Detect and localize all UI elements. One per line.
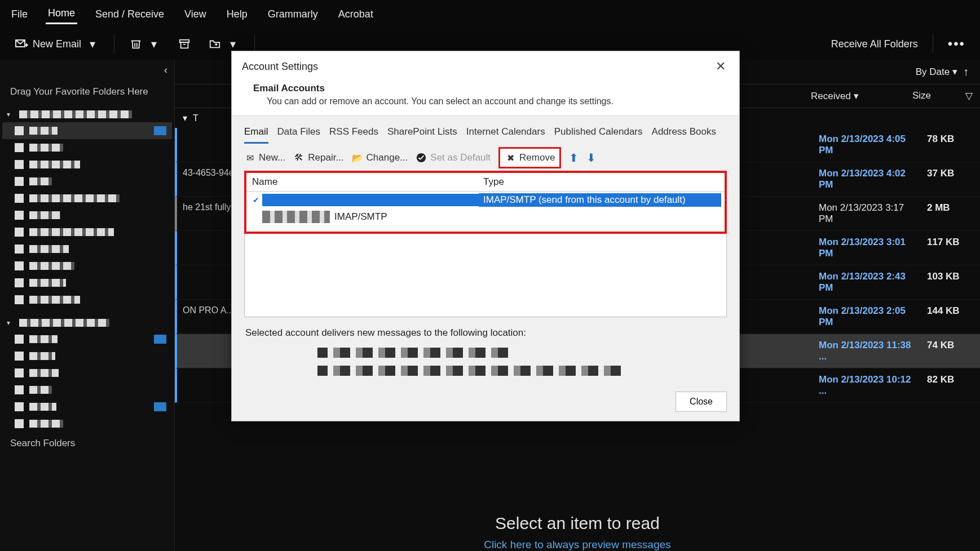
message-size: 82 KB [927, 374, 973, 397]
menu-help[interactable]: Help [224, 5, 250, 24]
reading-pane-placeholder: Select an item to read Click here to alw… [175, 486, 980, 551]
column-size[interactable]: Size [906, 85, 957, 108]
folder-item[interactable] [2, 173, 172, 190]
column-type[interactable]: Type [478, 173, 725, 191]
menu-home[interactable]: Home [46, 4, 77, 24]
folder-item[interactable] [2, 224, 172, 241]
delete-button[interactable]: ▾ [125, 34, 165, 54]
folder-icon [15, 126, 24, 135]
menu-send-receive[interactable]: Send / Receive [93, 5, 166, 24]
folder-item[interactable] [2, 156, 172, 173]
chevron-down-icon[interactable]: ▾ [147, 37, 161, 51]
folder-label [29, 194, 120, 202]
account-listbox-empty-area[interactable] [244, 234, 727, 317]
menu-view[interactable]: View [182, 5, 209, 24]
tab-address-books[interactable]: Address Books [652, 126, 716, 144]
message-size: 78 KB [927, 134, 973, 156]
change-account-button[interactable]: 📂 Change... [352, 152, 408, 163]
new-email-button[interactable]: New Email ▾ [10, 34, 104, 54]
tab-email[interactable]: Email [244, 126, 268, 144]
menu-grammarly[interactable]: Grammarly [266, 5, 320, 24]
account-row[interactable]: ✔IMAP/SMTP (send from this account by de… [246, 192, 725, 208]
move-up-button[interactable]: ⬆ [569, 151, 579, 165]
separator [933, 35, 933, 53]
account-folder-list: ▾ ▾ [0, 103, 174, 432]
column-received[interactable]: Received ▾ [804, 85, 906, 108]
column-name[interactable]: Name [246, 173, 478, 191]
chevron-down-icon[interactable]: ▾ [86, 37, 99, 51]
archive-button[interactable] [173, 34, 196, 54]
folder-item[interactable] [2, 348, 172, 365]
svg-rect-6 [181, 42, 188, 48]
folder-item[interactable] [2, 257, 172, 274]
folder-item[interactable] [2, 122, 172, 139]
folder-item[interactable] [2, 415, 172, 432]
folder-item[interactable] [2, 398, 172, 415]
folder-sidebar: ‹ Drag Your Favorite Folders Here ▾ [0, 60, 175, 551]
repair-account-button[interactable]: 🛠 Repair... [293, 152, 343, 163]
account-listbox[interactable]: Name Type ✔IMAP/SMTP (send from this acc… [244, 171, 727, 234]
tab-rss-feeds[interactable]: RSS Feeds [329, 126, 378, 144]
new-account-button[interactable]: ✉ New... [244, 152, 285, 163]
tab-sharepoint-lists[interactable]: SharePoint Lists [387, 126, 457, 144]
overflow-button[interactable]: ••• [943, 33, 970, 55]
folder-icon [15, 352, 24, 361]
folder-icon [15, 160, 24, 169]
message-date: Mon 2/13/2023 11:38 ... [819, 340, 920, 362]
chevron-down-icon: ▾ [952, 66, 957, 77]
account-row[interactable]: IMAP/SMTP [246, 208, 725, 225]
dialog-description: You can add or remove an account. You ca… [267, 96, 729, 106]
message-size: 144 KB [927, 305, 973, 328]
folder-item[interactable] [2, 190, 172, 207]
message-date: Mon 2/13/2023 2:43 PM [819, 271, 920, 294]
search-folders[interactable]: Search Folders [0, 432, 174, 455]
folder-item[interactable] [2, 241, 172, 257]
menu-file[interactable]: File [9, 5, 30, 24]
folder-label [29, 403, 56, 411]
folder-item[interactable] [2, 381, 172, 398]
redacted-text [317, 348, 509, 358]
folder-label [29, 335, 58, 343]
folder-item[interactable] [2, 139, 172, 156]
folder-label [29, 211, 60, 219]
folder-item[interactable] [2, 274, 172, 291]
send-receive-all-button[interactable]: Receive All Folders [827, 35, 922, 54]
tab-data-files[interactable]: Data Files [277, 126, 321, 144]
dialog-heading: Email Accounts [253, 83, 729, 94]
account-settings-dialog: Account Settings ✕ Email Accounts You ca… [231, 51, 740, 421]
move-down-button[interactable]: ⬇ [586, 151, 596, 165]
favorites-drop-hint: Drag Your Favorite Folders Here [0, 81, 174, 103]
account-name [262, 211, 330, 223]
chevron-left-icon: ‹ [164, 64, 167, 76]
message-date: Mon 2/13/2023 2:05 PM [819, 305, 920, 328]
close-button[interactable]: Close [676, 392, 727, 412]
arrow-down-icon: ⬇ [586, 152, 596, 164]
menu-acrobat[interactable]: Acrobat [336, 5, 376, 24]
account-root[interactable]: ▾ [2, 315, 172, 331]
sort-direction-button[interactable]: ↑ [963, 65, 969, 78]
folder-icon [15, 402, 24, 411]
dialog-tabs: Email Data Files RSS Feeds SharePoint Li… [244, 126, 727, 144]
folder-icon [15, 245, 24, 254]
message-date: Mon 2/13/2023 4:05 PM [819, 134, 920, 156]
sort-by-button[interactable]: By Date ▾ [916, 66, 957, 78]
folder-item[interactable] [2, 331, 172, 348]
account-root[interactable]: ▾ [2, 106, 172, 122]
folder-item[interactable] [2, 207, 172, 224]
group-label: T [193, 113, 198, 123]
remove-account-button[interactable]: ✖ Remove [498, 147, 561, 168]
ellipsis-icon: ••• [948, 36, 965, 52]
filter-button[interactable]: ▽ [957, 85, 980, 108]
always-preview-link[interactable]: Click here to always preview messages [175, 539, 980, 551]
tab-internet-calendars[interactable]: Internet Calendars [466, 126, 545, 144]
folder-label [29, 386, 52, 394]
message-size: 37 KB [927, 168, 973, 190]
collapse-sidebar-button[interactable]: ‹ [0, 60, 174, 81]
folder-item[interactable] [2, 291, 172, 308]
dialog-close-button[interactable]: ✕ [712, 58, 729, 75]
chevron-down-icon[interactable]: ▾ [226, 37, 240, 51]
repair-icon: 🛠 [293, 152, 304, 163]
folder-item[interactable] [2, 365, 172, 381]
chevron-down-icon: ▾ [183, 113, 187, 123]
tab-published-calendars[interactable]: Published Calendars [554, 126, 643, 144]
